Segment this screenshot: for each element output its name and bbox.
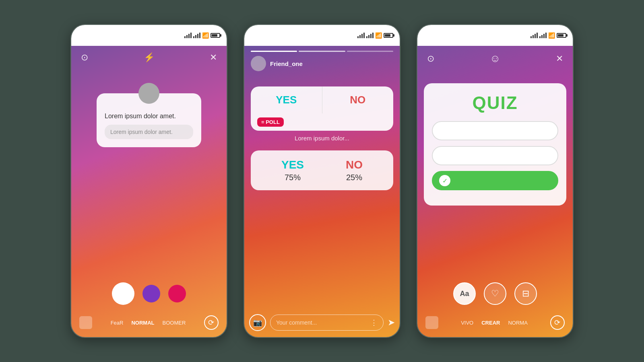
footer-labels-3: VIVO CREAR NORMA: [461, 320, 528, 326]
signal-icons-3: 📶: [530, 32, 566, 39]
footer-label-norma: NORMA: [508, 320, 527, 326]
poll-result-yes: YES 75%: [281, 158, 304, 182]
poll-description: Lorem ipsum dolor...: [251, 135, 393, 142]
color-selector-1: [112, 282, 186, 305]
footer-label-normal: NORMAL: [131, 320, 154, 326]
signal-bar-3: [357, 33, 365, 38]
status-bar-1: 📶: [71, 25, 227, 46]
poll-label-row: ≡ POLL: [251, 113, 393, 131]
phone-2: 📶 Friend_one YES NO ≡ P: [244, 24, 400, 338]
phone3-tools: Aa ♡ ⊟: [453, 282, 537, 305]
story-bar-1: [251, 51, 297, 52]
comment-field[interactable]: Your comment... ⋮: [270, 315, 384, 331]
story-user: Friend_one: [251, 56, 393, 71]
phone-1: 📶 ⊙ ⚡ ✕ Lorem ipsum dolor amet. Lorem ip…: [70, 24, 227, 338]
question-card-1: Lorem ipsum dolor amet. Lorem ipsum dolo…: [97, 93, 201, 147]
poll-result-no-label: NO: [346, 158, 363, 171]
poll-choice-widget: YES NO ≡ POLL: [251, 86, 393, 131]
text-tool-btn[interactable]: Aa: [453, 282, 476, 305]
phone3-footer: VIVO CREAR NORMA ⟳: [417, 308, 573, 337]
color-pink-btn[interactable]: [168, 285, 186, 302]
phone3-content: ⊙ ☺ ✕ QUIZ ✓ Aa ♡ ⊟: [417, 46, 573, 337]
signal-bar-1: [184, 33, 192, 38]
signal-icons-2: 📶: [357, 32, 393, 39]
phone1-content: ⊙ ⚡ ✕ Lorem ipsum dolor amet. Lorem ipsu…: [71, 46, 227, 337]
card-subtitle-1: Lorem ipsum dolor amet.: [105, 125, 193, 139]
phone1-controls: ⊙ ⚡ ✕: [71, 46, 227, 69]
story-bar-3: [347, 51, 393, 52]
grid-icon: ⊟: [522, 288, 529, 299]
story-bar-2: [299, 51, 345, 52]
footer-square-3: [425, 316, 438, 329]
wifi-icon-3: 📶: [548, 32, 555, 39]
camera-btn-1[interactable]: ⟳: [204, 315, 219, 330]
status-bar-2: 📶: [244, 25, 400, 46]
footer-square-1: [79, 316, 92, 329]
quiz-option-2[interactable]: [432, 146, 558, 165]
grid-tool-btn[interactable]: ⊟: [514, 282, 537, 305]
battery-icon-2: [384, 33, 393, 38]
footer-label-boomer: BOOMER: [163, 320, 186, 326]
avatar-1: [138, 83, 159, 104]
signal-bar-4: [366, 33, 374, 38]
color-purple-btn[interactable]: [142, 285, 160, 302]
story-avatar: [251, 56, 266, 71]
close-icon-1[interactable]: ✕: [210, 52, 217, 63]
battery-icon-3: [557, 33, 566, 38]
footer-label-vivo: VIVO: [461, 320, 473, 326]
face-icon-3[interactable]: ☺: [490, 52, 501, 65]
poll-result-no: NO 25%: [346, 158, 363, 182]
quiz-title: QUIZ: [432, 93, 558, 113]
heart-icon: ♡: [491, 288, 499, 299]
poll-result-yes-label: YES: [281, 158, 304, 171]
poll-result-yes-pct: 75%: [281, 173, 304, 182]
quiz-check-icon: ✓: [439, 175, 450, 186]
heart-tool-btn[interactable]: ♡: [484, 282, 506, 305]
quiz-option-3[interactable]: ✓: [432, 171, 558, 190]
phone1-footer: FeaR NORMAL BOOMER ⟳: [71, 308, 227, 337]
phone2-content: Friend_one YES NO ≡ POLL Lorem ipsum dol…: [244, 46, 400, 337]
card-title-1: Lorem ipsum dolor amet.: [105, 113, 193, 120]
settings-icon-3[interactable]: ⊙: [427, 53, 434, 64]
signal-bar-2: [193, 33, 200, 38]
wifi-icon-1: 📶: [202, 32, 209, 39]
poll-results-widget: YES 75% NO 25%: [251, 150, 393, 190]
settings-icon-1[interactable]: ⊙: [81, 52, 88, 63]
phone-3: 📶 ⊙ ☺ ✕ QUIZ ✓ Aa ♡: [417, 24, 574, 338]
signal-bar-6: [539, 33, 547, 38]
comment-dots: ⋮: [370, 318, 378, 327]
send-btn[interactable]: ➤: [388, 317, 395, 328]
aa-label: Aa: [460, 290, 469, 298]
quiz-option-1[interactable]: [432, 121, 558, 140]
signal-bar-5: [530, 33, 538, 38]
signal-icons-1: 📶: [184, 32, 220, 39]
story-username: Friend_one: [270, 60, 303, 67]
flash-icon-1[interactable]: ⚡: [144, 52, 155, 63]
phone2-footer: 📷 Your comment... ⋮ ➤: [244, 308, 400, 337]
footer-labels-1: FeaR NORMAL BOOMER: [111, 320, 186, 326]
camera-btn-2[interactable]: 📷: [249, 314, 266, 331]
close-icon-3[interactable]: ✕: [556, 53, 563, 64]
poll-badge: ≡ POLL: [257, 117, 284, 127]
poll-options: YES NO: [251, 86, 393, 113]
phone3-controls: ⊙ ☺ ✕: [417, 46, 573, 71]
story-progress-bars: [251, 51, 393, 52]
color-white-btn[interactable]: [112, 282, 134, 305]
battery-icon-1: [211, 33, 220, 38]
camera-btn-3[interactable]: ⟳: [550, 315, 565, 330]
status-bar-3: 📶: [417, 25, 573, 46]
story-header: Friend_one: [244, 46, 400, 74]
poll-yes-btn[interactable]: YES: [251, 86, 322, 113]
wifi-icon-2: 📶: [375, 32, 382, 39]
poll-result-no-pct: 25%: [346, 173, 363, 182]
comment-placeholder: Your comment...: [270, 315, 317, 331]
poll-no-btn[interactable]: NO: [322, 86, 394, 113]
footer-label-crear: CREAR: [481, 320, 500, 326]
footer-label-fear: FeaR: [111, 320, 124, 326]
quiz-card: QUIZ ✓: [424, 83, 566, 206]
